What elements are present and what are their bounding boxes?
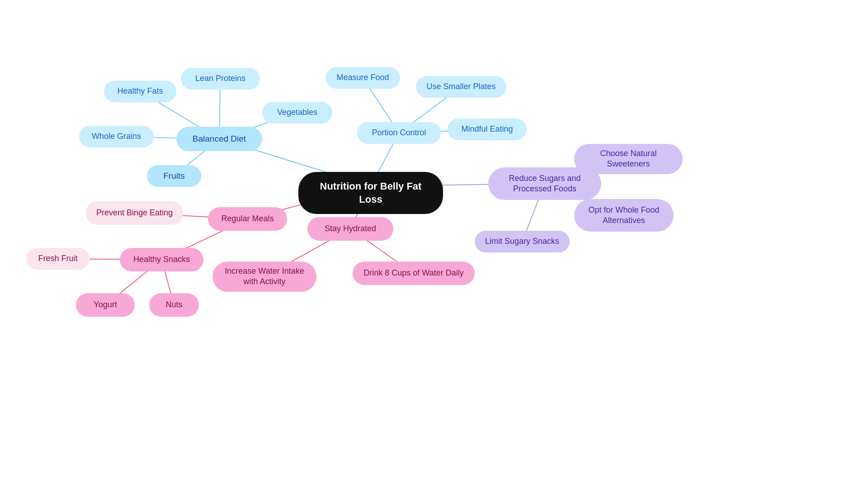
node-fresh-fruit: Fresh Fruit bbox=[26, 248, 90, 270]
node-stay-hydrated: Stay Hydrated bbox=[307, 217, 393, 241]
node-mindful-eating: Mindful Eating bbox=[448, 119, 527, 140]
node-healthy-snacks: Healthy Snacks bbox=[120, 248, 203, 271]
node-limit-sugary: Limit Sugary Snacks bbox=[475, 231, 570, 252]
node-fruits: Fruits bbox=[147, 165, 201, 187]
node-whole-grains: Whole Grains bbox=[79, 126, 154, 147]
node-healthy-fats: Healthy Fats bbox=[104, 81, 176, 102]
node-opt-whole-food: Opt for Whole Food Alternatives bbox=[574, 199, 674, 232]
node-drink-8cups: Drink 8 Cups of Water Daily bbox=[353, 262, 475, 285]
mindmap-svg bbox=[0, 0, 868, 490]
node-vegetables: Vegetables bbox=[262, 102, 332, 124]
node-prevent-binge: Prevent Binge Eating bbox=[86, 201, 183, 225]
node-increase-water: Increase Water Intake with Activity bbox=[212, 262, 316, 292]
node-measure-food: Measure Food bbox=[326, 67, 400, 89]
node-nuts: Nuts bbox=[149, 293, 199, 317]
node-use-smaller-plates: Use Smaller Plates bbox=[416, 76, 506, 98]
node-center: Nutrition for Belly Fat Loss bbox=[298, 172, 443, 214]
node-regular-meals: Regular Meals bbox=[208, 207, 287, 231]
node-yogurt: Yogurt bbox=[76, 293, 135, 317]
node-balanced-diet: Balanced Diet bbox=[176, 127, 262, 151]
node-lean-proteins: Lean Proteins bbox=[181, 68, 260, 90]
node-portion-control: Portion Control bbox=[357, 122, 441, 144]
node-choose-natural: Choose Natural Sweeteners bbox=[574, 144, 683, 174]
